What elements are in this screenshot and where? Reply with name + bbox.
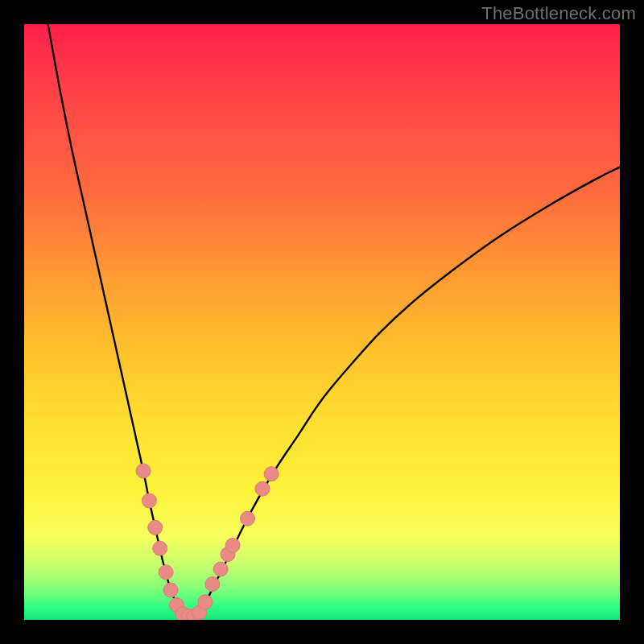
data-marker xyxy=(205,577,220,592)
data-marker xyxy=(136,464,151,478)
data-marker xyxy=(225,539,240,553)
chart-svg xyxy=(24,24,620,620)
curve-right-branch xyxy=(197,167,620,615)
data-marker xyxy=(255,481,270,496)
data-marker xyxy=(198,595,213,609)
curve-layer xyxy=(48,24,620,617)
data-marker xyxy=(213,562,228,576)
watermark-text: TheBottleneck.com xyxy=(481,3,636,24)
data-marker xyxy=(142,493,156,508)
data-marker xyxy=(153,541,167,555)
data-marker xyxy=(148,520,163,535)
data-marker xyxy=(264,467,279,481)
chart-frame: TheBottleneck.com xyxy=(0,0,644,644)
data-marker xyxy=(241,511,255,526)
data-marker xyxy=(163,583,178,597)
curve-left-branch xyxy=(48,24,185,615)
plot-area xyxy=(24,24,620,620)
data-marker xyxy=(159,565,173,580)
marker-layer xyxy=(136,464,279,620)
